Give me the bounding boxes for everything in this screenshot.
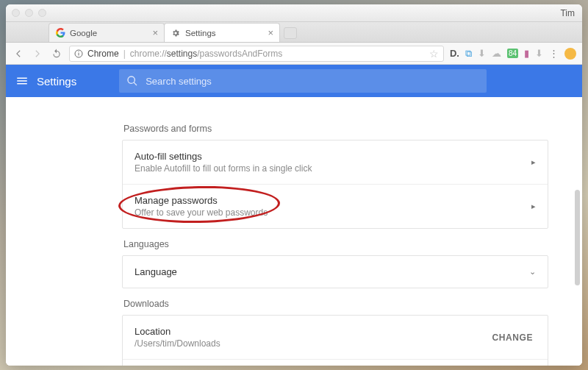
row-title: Manage passwords [135,195,523,206]
ext-icon-1[interactable]: D. [450,48,459,59]
row-ask-where: Ask where to save each file before downl… [123,359,548,366]
menu-icon[interactable]: ⋮ [549,48,559,59]
page-content: Settings Passwords and forms Auto-fill s… [6,65,582,366]
new-tab-button[interactable] [284,27,297,39]
star-icon[interactable]: ☆ [429,48,439,60]
search-box[interactable] [119,69,487,93]
card-passwords: Auto-fill settings Enable Autofill to fi… [122,140,548,229]
card-downloads: Location /Users/tim/Downloads CHANGE Ask… [122,315,548,366]
gear-icon [171,28,181,38]
close-tab-icon[interactable]: × [268,27,273,38]
row-title: Location [135,326,489,337]
settings-header: Settings [6,65,582,97]
search-input[interactable] [146,76,479,87]
ext-icon-5[interactable]: 84 [507,49,518,58]
tab-settings[interactable]: Settings × [164,23,280,42]
minimize-window-button[interactable] [25,9,33,17]
extension-icons: D. ⧉ ⬇ ☁ 84 ▮ ⬇ ⋮ [450,48,576,60]
tab-label: Google [70,29,97,38]
omnibox-url: chrome://settings/passwordsAndForms [130,49,282,59]
svg-rect-2 [79,51,79,52]
ext-icon-7[interactable]: ⬇ [535,48,543,59]
svg-rect-1 [79,53,79,56]
row-subtitle: Enable Autofill to fill out forms in a s… [135,163,523,174]
settings-body: Passwords and forms Auto-fill settings E… [6,97,582,366]
page-title: Settings [37,75,76,88]
google-favicon [55,28,65,38]
profile-name[interactable]: Tim [560,8,575,18]
profile-avatar[interactable] [564,48,576,60]
tab-google[interactable]: Google × [49,23,165,42]
zoom-window-button[interactable] [38,9,46,17]
close-tab-icon[interactable]: × [152,27,158,38]
ext-icon-6[interactable]: ▮ [524,48,529,59]
row-title: Language [135,266,520,277]
change-button[interactable]: CHANGE [489,332,536,343]
row-subtitle: Offer to save your web passwords [135,207,523,218]
browser-window: Tim Google × Settings × [6,4,582,366]
ext-icon-4[interactable]: ☁ [492,48,501,59]
tab-strip: Google × Settings × [6,22,582,43]
window-titlebar: Tim [6,4,582,22]
reload-button[interactable] [50,47,63,60]
ext-icon-2[interactable]: ⧉ [465,48,472,60]
row-title: Auto-fill settings [135,151,523,162]
forward-button[interactable] [31,47,44,60]
traffic-lights [12,9,46,17]
card-languages: Language ⌄ [122,255,548,288]
back-button[interactable] [12,47,25,60]
section-heading-passwords: Passwords and forms [123,124,548,134]
ext-icon-3[interactable]: ⬇ [478,48,486,59]
close-window-button[interactable] [12,9,20,17]
omnibox-security: Chrome [87,49,119,59]
scrollbar-thumb[interactable] [575,190,580,285]
menu-button[interactable] [6,74,38,88]
section-heading-languages: Languages [123,239,548,249]
tab-label: Settings [185,29,216,38]
chevron-right-icon: ▸ [531,157,536,167]
chevron-down-icon: ⌄ [529,267,536,277]
search-icon [126,75,138,87]
section-heading-downloads: Downloads [123,299,548,309]
chevron-right-icon: ▸ [531,202,536,211]
row-download-location: Location /Users/tim/Downloads CHANGE [123,316,548,359]
row-subtitle: /Users/tim/Downloads [135,338,489,349]
row-autofill[interactable]: Auto-fill settings Enable Autofill to fi… [123,140,548,184]
row-language[interactable]: Language ⌄ [123,256,548,288]
row-manage-passwords[interactable]: Manage passwords Offer to save your web … [123,184,548,228]
toolbar: Chrome | chrome://settings/passwordsAndF… [6,43,582,65]
info-icon [74,49,83,58]
address-bar[interactable]: Chrome | chrome://settings/passwordsAndF… [69,46,444,62]
